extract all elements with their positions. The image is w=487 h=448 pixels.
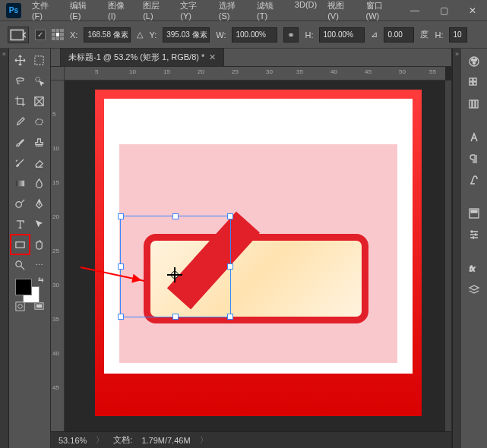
properties-panel-icon[interactable]	[466, 205, 482, 222]
svg-rect-0	[11, 30, 23, 39]
move-tool[interactable]	[11, 50, 30, 70]
brush-tool[interactable]	[11, 132, 30, 152]
zoom-menu-icon[interactable]: 〉	[96, 434, 104, 446]
gradient-tool[interactable]	[11, 173, 30, 193]
blur-tool[interactable]	[30, 173, 49, 193]
foreground-swatch[interactable]	[15, 279, 32, 295]
zoom-readout[interactable]: 53.16%	[59, 436, 87, 445]
horizontal-ruler[interactable]: 510152025303540455055	[65, 67, 445, 80]
close-button[interactable]: ✕	[458, 0, 487, 21]
quick-select-tool[interactable]	[30, 71, 49, 90]
angle-unit: 度	[420, 29, 428, 40]
handle-right[interactable]	[227, 263, 233, 270]
zoom-tool[interactable]	[11, 255, 30, 275]
svg-point-8	[16, 260, 22, 267]
frame-tool[interactable]	[30, 91, 49, 111]
ruler-origin[interactable]	[51, 67, 65, 80]
svg-point-6	[16, 201, 22, 207]
maximize-button[interactable]: ▢	[429, 0, 458, 21]
rectangle-tool[interactable]	[11, 235, 30, 254]
svg-rect-18	[473, 78, 476, 81]
options-bar: ✓ X: 168.58 像素 △ Y: 395.03 像素 W: 100.00%…	[0, 21, 487, 49]
status-bar: 53.16% 〉 文档:1.79M/7.46M 〉	[51, 431, 451, 448]
right-collapse-strip[interactable]: »	[452, 49, 461, 448]
menu-edit[interactable]: 编辑(E)	[65, 0, 102, 24]
canvas[interactable]	[95, 90, 422, 416]
svg-rect-17	[470, 78, 473, 81]
menu-image[interactable]: 图像(I)	[103, 0, 137, 24]
lasso-tool[interactable]	[11, 71, 30, 90]
svg-point-4	[36, 118, 43, 125]
color-swatches[interactable]: ⇆	[11, 276, 49, 309]
edit-toolbar[interactable]: ⋯	[30, 255, 49, 275]
hskew-field[interactable]: 10	[449, 27, 467, 43]
left-collapse-strip[interactable]: «	[0, 49, 9, 448]
collapsed-panels: fx	[461, 49, 487, 448]
handle-left[interactable]	[118, 263, 124, 270]
handle-top-right[interactable]	[227, 213, 233, 219]
marquee-tool[interactable]	[30, 50, 49, 70]
y-field[interactable]: 395.03 像素	[163, 27, 210, 43]
toolbox: ⋯ ⇆	[9, 49, 51, 448]
workarea: « ⋯ ⇆ 未标题-1 @ 53.2%	[0, 49, 487, 448]
h-label: H:	[305, 30, 313, 39]
menu-file[interactable]: 文件(F)	[27, 0, 64, 24]
delta-icon[interactable]: △	[137, 30, 143, 39]
type-tool[interactable]	[11, 214, 30, 234]
close-tab-icon[interactable]: ✕	[209, 52, 216, 62]
handle-bottom-right[interactable]	[227, 314, 233, 320]
swap-colors-icon[interactable]: ⇆	[38, 276, 44, 283]
canvas-viewport[interactable]: 510152025303540455055 51015202530354045	[51, 67, 451, 448]
x-field[interactable]: 168.58 像素	[84, 27, 131, 43]
menu-type[interactable]: 文字(Y)	[176, 0, 212, 24]
reference-point-locator[interactable]	[52, 29, 64, 41]
window-controls: — ▢ ✕	[400, 0, 487, 21]
history-brush-tool[interactable]	[11, 153, 30, 172]
minimize-button[interactable]: —	[400, 0, 429, 21]
doc-info-menu-icon[interactable]: 〉	[200, 434, 208, 446]
transform-bbox[interactable]	[120, 216, 231, 317]
character-panel-icon[interactable]	[466, 129, 482, 146]
styles-panel-icon[interactable]: fx	[466, 260, 482, 276]
aspect-lock-icon[interactable]: ⚭	[283, 27, 299, 43]
tool-preset-picker[interactable]	[8, 27, 29, 43]
document-tab[interactable]: 未标题-1 @ 53.2% (矩形 1, RGB/8) * ✕	[60, 48, 224, 66]
glyphs-panel-icon[interactable]	[466, 172, 482, 188]
menu-3d[interactable]: 3D(D)	[290, 0, 321, 24]
crop-tool[interactable]	[11, 91, 30, 111]
vertical-scrollbar[interactable]	[445, 80, 451, 431]
handle-top-left[interactable]	[118, 213, 124, 219]
menu-select[interactable]: 选择(S)	[214, 0, 251, 24]
stamp-tool[interactable]	[30, 132, 49, 152]
hand-tool[interactable]	[30, 235, 49, 254]
vertical-ruler[interactable]: 51015202530354045	[51, 80, 65, 431]
eyedropper-tool[interactable]	[11, 112, 30, 131]
color-panel-icon[interactable]	[466, 53, 482, 70]
svg-rect-7	[16, 241, 24, 248]
document-area: 未标题-1 @ 53.2% (矩形 1, RGB/8) * ✕ 51015202…	[51, 49, 452, 448]
adjustments-panel-icon[interactable]	[466, 226, 482, 243]
handle-top[interactable]	[172, 213, 179, 219]
menu-window[interactable]: 窗口(W)	[362, 0, 400, 24]
h-field[interactable]: 100.00%	[319, 27, 365, 43]
handle-bottom[interactable]	[172, 314, 179, 320]
w-field[interactable]: 100.00%	[232, 27, 277, 43]
eraser-tool[interactable]	[30, 153, 49, 172]
menu-filter[interactable]: 滤镜(T)	[252, 0, 289, 24]
handle-bottom-left[interactable]	[118, 314, 124, 320]
layers-panel-icon[interactable]	[466, 281, 482, 298]
toggle-reference-point[interactable]: ✓	[35, 30, 46, 40]
angle-field[interactable]: 0.00	[384, 27, 414, 43]
menu-view[interactable]: 视图(V)	[323, 0, 359, 24]
patch-tool[interactable]	[30, 112, 49, 131]
svg-rect-1	[35, 55, 43, 64]
path-select-tool[interactable]	[30, 214, 49, 234]
swatches-panel-icon[interactable]	[466, 74, 482, 91]
paragraph-panel-icon[interactable]	[466, 150, 482, 167]
libraries-panel-icon[interactable]	[466, 96, 482, 112]
pen-tool[interactable]	[30, 194, 49, 213]
dodge-tool[interactable]	[11, 194, 30, 213]
titlebar: Ps 文件(F) 编辑(E) 图像(I) 图层(L) 文字(Y) 选择(S) 滤…	[0, 0, 487, 21]
hskew-label: H:	[435, 30, 443, 39]
menu-layer[interactable]: 图层(L)	[138, 0, 174, 24]
